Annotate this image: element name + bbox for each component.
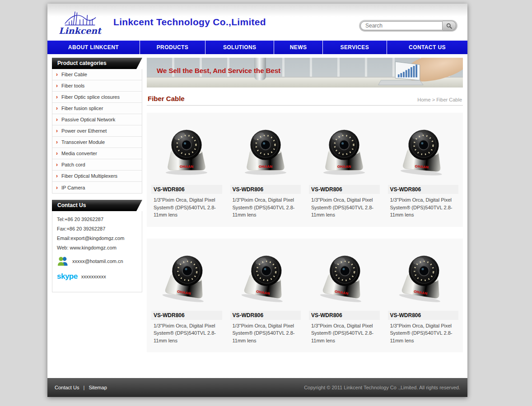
logo[interactable]: Linkcent [53, 9, 107, 36]
skype-account: xxxxxxxxxx [81, 274, 106, 279]
banner-image: We Sell the Best, And Service the Best [147, 58, 463, 88]
category-label: Fiber Optic splice closures [61, 94, 120, 100]
msn-row: xxxxx@hotamil.com.cn [57, 256, 137, 267]
product-card[interactable]: VS-WDR806 1/3"Pixim Orca, Digital Pixel … [387, 116, 460, 222]
skype-row: skype xxxxxxxxxx [57, 272, 137, 281]
product-description: 1/3"Pixim Orca, Digital Pixel System® (D… [230, 322, 301, 347]
product-image-dome-camera [151, 117, 222, 183]
category-label: Fiber Optical Multiplexers [61, 173, 117, 179]
sidebar-item-transceiver-module[interactable]: ›Transceiver Module [52, 137, 142, 148]
nav-news[interactable]: NEWS [274, 41, 322, 54]
page-container: Linkcent Linkcent Technology Co.,Limited… [47, 0, 467, 397]
product-description: 1/3"Pixim Orca, Digital Pixel System® (D… [309, 196, 380, 221]
product-card[interactable]: VS-WDR806 1/3"Pixim Orca, Digital Pixel … [308, 116, 381, 222]
page-title: Fiber Cable [148, 95, 185, 102]
sidebar-item-passive-optical-network[interactable]: ›Passive Optical Network [52, 114, 142, 125]
product-card[interactable]: VS-WDR806 1/3"Pixim Orca, Digital Pixel … [150, 242, 223, 348]
product-name[interactable]: VS-WDR806 [388, 311, 459, 320]
category-list: ›Fiber Cable ›Fiber tools ›Fiber Optic s… [52, 69, 142, 194]
product-image-dome-camera [309, 117, 380, 183]
breadcrumb-separator: > [432, 97, 435, 102]
category-label: Power over Ethernet [61, 128, 107, 134]
contact-us-header: Contact Us [52, 200, 142, 211]
banner-laptop-chart [356, 60, 424, 87]
sidebar-item-ip-camera[interactable]: ›IP Camera [52, 182, 142, 193]
copyright-text: Copyright © 2011 Linkcent Technology Co … [304, 385, 460, 390]
nav-solutions[interactable]: SOLUTIONS [205, 41, 274, 54]
contact-email: Email:export@kingdomgz.com [57, 235, 137, 241]
footer-contact-link[interactable]: Contact Us [55, 385, 79, 390]
product-image-dome-camera [309, 243, 380, 309]
category-label: Patch cord [61, 162, 85, 167]
nav-contact[interactable]: CONTACT US [387, 41, 467, 54]
product-name[interactable]: VS-WDR806 [230, 311, 301, 320]
nav-products[interactable]: PRODUCTS [140, 41, 205, 54]
sidebar-item-fiber-cable[interactable]: ›Fiber Cable [52, 69, 142, 80]
nav-services[interactable]: SERVICES [322, 41, 387, 54]
chevron-right-icon: › [56, 72, 58, 77]
sidebar-item-patch-cord[interactable]: ›Patch cord [52, 159, 142, 171]
product-name[interactable]: VS-WDR806 [151, 185, 222, 194]
sidebar-item-fiber-optical-multiplexers[interactable]: ›Fiber Optical Multiplexers [52, 171, 142, 182]
product-card[interactable]: VS-WDR806 1/3"Pixim Orca, Digital Pixel … [229, 116, 302, 222]
chevron-right-icon: › [56, 162, 58, 167]
logo-text: Linkcent [59, 26, 101, 36]
banner-slogan: We Sell the Best, And Service the Best [157, 67, 280, 74]
product-name[interactable]: VS-WDR806 [151, 311, 222, 320]
category-label: Fiber tools [61, 83, 84, 88]
search-button[interactable] [443, 21, 456, 31]
breadcrumb: Home > Fiber Cable [417, 97, 462, 102]
sidebar-item-fusion-splicer[interactable]: ›Fiber fusion splicer [52, 103, 142, 114]
contact-web: Web: www.kingdomgz.com [57, 245, 137, 250]
product-name[interactable]: VS-WDR806 [388, 185, 459, 194]
product-card[interactable]: VS-WDR806 1/3"Pixim Orca, Digital Pixel … [308, 242, 381, 348]
chevron-right-icon: › [56, 117, 58, 122]
chevron-right-icon: › [56, 106, 58, 111]
chevron-right-icon: › [56, 128, 58, 134]
chevron-right-icon: › [56, 185, 58, 190]
msn-account: xxxxx@hotamil.com.cn [72, 258, 123, 264]
sidebar-item-splice-closures[interactable]: ›Fiber Optic splice closures [52, 92, 142, 103]
product-image-dome-camera [230, 243, 301, 309]
site-footer: Contact Us | Sitemap Copyright © 2011 Li… [47, 378, 467, 397]
product-name[interactable]: VS-WDR806 [309, 185, 380, 194]
nav-about[interactable]: ABOUT LINKCENT [47, 41, 140, 54]
category-label: Passive Optical Network [61, 117, 115, 122]
product-description: 1/3"Pixim Orca, Digital Pixel System® (D… [388, 322, 459, 347]
chevron-right-icon: › [56, 139, 58, 145]
product-card[interactable]: VS-WDR806 1/3"Pixim Orca, Digital Pixel … [150, 116, 223, 222]
product-row-2: VS-WDR806 1/3"Pixim Orca, Digital Pixel … [147, 239, 463, 353]
sidebar: Product categories ›Fiber Cable ›Fiber t… [52, 58, 142, 292]
product-name[interactable]: VS-WDR806 [309, 311, 380, 320]
msn-messenger-icon [57, 256, 69, 267]
chevron-right-icon: › [56, 94, 58, 100]
sidebar-item-power-over-ethernet[interactable]: ›Power over Ethernet [52, 125, 142, 137]
footer-link-divider: | [83, 385, 84, 390]
category-label: IP Camera [61, 185, 85, 190]
footer-sitemap-link[interactable]: Sitemap [89, 385, 107, 390]
search-input[interactable] [360, 21, 443, 30]
chevron-right-icon: › [56, 173, 58, 179]
chevron-right-icon: › [56, 83, 58, 88]
skype-logo: skype [57, 272, 78, 281]
product-name[interactable]: VS-WDR806 [230, 185, 301, 194]
main-content: We Sell the Best, And Service the Best F… [147, 58, 463, 364]
category-label: Fiber fusion splicer [61, 106, 103, 111]
search-icon [446, 23, 452, 29]
main-nav: ABOUT LINKCENT PRODUCTS SOLUTIONS NEWS S… [47, 41, 467, 54]
sidebar-item-media-converter[interactable]: ›Media converter [52, 148, 142, 159]
sidebar-item-fiber-tools[interactable]: ›Fiber tools [52, 80, 142, 92]
breadcrumb-home-link[interactable]: Home [417, 97, 430, 102]
contact-tel: Tel:+86 20 39262287 [57, 217, 137, 222]
content-area: Product categories ›Fiber Cable ›Fiber t… [47, 54, 467, 378]
contact-fax: Fax:+86 20 39262287 [57, 226, 137, 231]
product-description: 1/3"Pixim Orca, Digital Pixel System® (D… [309, 322, 380, 347]
footer-links: Contact Us | Sitemap [55, 385, 107, 390]
product-description: 1/3"Pixim Orca, Digital Pixel System® (D… [388, 196, 459, 221]
product-card[interactable]: VS-WDR806 1/3"Pixim Orca, Digital Pixel … [229, 242, 302, 348]
chevron-right-icon: › [56, 151, 58, 156]
product-card[interactable]: VS-WDR806 1/3"Pixim Orca, Digital Pixel … [387, 242, 460, 348]
site-header: Linkcent Linkcent Technology Co.,Limited [47, 4, 467, 41]
bridge-logo-icon [63, 9, 97, 28]
category-label: Fiber Cable [61, 72, 87, 77]
